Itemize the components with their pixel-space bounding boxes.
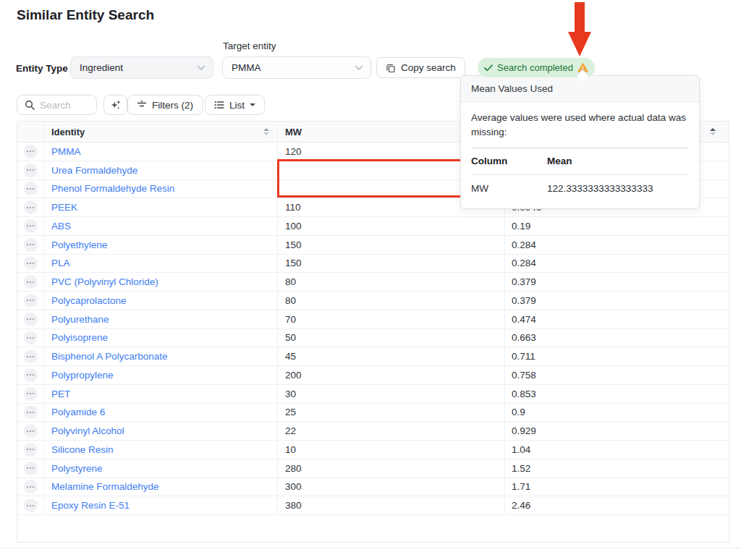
filters-button[interactable]: Filters (2): [127, 95, 203, 115]
search-input[interactable]: [40, 100, 90, 111]
row-menu-button[interactable]: [24, 200, 38, 214]
copy-search-button[interactable]: Copy search: [376, 57, 465, 78]
row-menu-button[interactable]: [24, 387, 38, 401]
target-entity-value: PMMA: [232, 62, 261, 73]
entity-link[interactable]: Silicone Resin: [51, 444, 114, 455]
mw-cell: 150: [278, 236, 505, 254]
row-menu-button[interactable]: [24, 164, 38, 177]
entity-link[interactable]: Polystyrene: [51, 463, 103, 474]
row-menu-cell: [17, 143, 44, 161]
mw-cell: 200: [278, 366, 505, 384]
ai-sparkle-button[interactable]: [103, 95, 127, 115]
entity-link[interactable]: Polyamide 6: [51, 407, 105, 417]
mw-cell: 150: [278, 255, 505, 273]
mw-cell: 45: [278, 347, 505, 365]
identity-cell: Silicone Resin: [44, 441, 278, 459]
popup-mean-table: Column Mean MW 122.3333333333333333: [471, 148, 689, 198]
search-box[interactable]: [17, 95, 97, 115]
row-menu-cell: [17, 161, 44, 179]
score-cell: 0.379: [505, 292, 729, 310]
entity-link[interactable]: Bisphenol A Polycarbonate: [51, 351, 168, 362]
row-menu-cell: [17, 366, 44, 384]
row-menu-cell: [17, 385, 44, 403]
row-menu-button[interactable]: [24, 275, 38, 289]
row-menu-cell: [17, 310, 44, 328]
table-row: PLA 150 0.284: [17, 255, 729, 273]
score-cell: 0.9: [505, 404, 729, 422]
entity-link[interactable]: PMMA: [51, 146, 81, 157]
identity-cell: Urea Formaldehyde: [44, 161, 278, 179]
identity-cell: Polystyrene: [44, 459, 278, 478]
target-entity-select[interactable]: PMMA: [222, 56, 371, 79]
row-menu-button[interactable]: [24, 182, 38, 195]
entity-link[interactable]: Polyvinyl Alcohol: [51, 425, 124, 436]
entity-type-select[interactable]: Ingredient: [70, 56, 213, 79]
entity-link[interactable]: Polyisoprene: [51, 332, 108, 343]
row-menu-button[interactable]: [24, 368, 38, 382]
popup-mean-column: MW: [471, 174, 547, 198]
sort-icon[interactable]: [263, 128, 269, 136]
row-menu-button[interactable]: [24, 462, 38, 475]
table-row: Polypropylene 200 0.758: [17, 366, 729, 385]
row-menu-button[interactable]: [24, 145, 38, 158]
entity-link[interactable]: ABS: [51, 221, 71, 232]
filters-label: Filters (2): [152, 100, 193, 111]
popup-title: Mean Values Used: [461, 76, 699, 102]
entity-link[interactable]: PET: [51, 389, 70, 399]
page-title: Similar Entity Search: [17, 7, 154, 23]
identity-cell: Polyurethane: [44, 310, 278, 328]
identity-cell: PET: [44, 385, 278, 403]
mw-cell: 300: [278, 478, 505, 496]
entity-link[interactable]: Epoxy Resin E-51: [51, 500, 130, 511]
row-menu-cell: [17, 422, 44, 440]
mw-cell: 380: [278, 496, 505, 514]
row-menu-button[interactable]: [24, 294, 38, 307]
table-row: Polyurethane 70 0.474: [17, 310, 729, 329]
row-menu-button[interactable]: [24, 443, 38, 457]
list-view-button[interactable]: List: [205, 95, 265, 115]
row-menu-button[interactable]: [24, 238, 38, 252]
chevron-down-icon: [197, 65, 206, 71]
popup-mean-header: Mean: [547, 148, 689, 175]
row-menu-cell: [17, 441, 44, 459]
entity-link[interactable]: Polypropylene: [51, 370, 114, 381]
header-identity[interactable]: Identity: [44, 122, 278, 142]
row-menu-button[interactable]: [24, 499, 38, 512]
row-menu-button[interactable]: [24, 424, 38, 438]
entity-link[interactable]: Polycaprolactone: [51, 295, 127, 306]
entity-link[interactable]: Phenol Formaldehyde Resin: [51, 183, 174, 194]
identity-cell: PEEK: [44, 198, 278, 216]
sort-icon-active[interactable]: [710, 128, 716, 136]
identity-cell: Polypropylene: [44, 366, 278, 384]
row-menu-button[interactable]: [24, 256, 38, 270]
row-menu-button[interactable]: [24, 480, 38, 493]
search-icon: [25, 100, 35, 110]
score-cell: 1.71: [505, 478, 729, 496]
entity-link[interactable]: Urea Formaldehyde: [51, 165, 137, 176]
score-cell: 0.19: [505, 217, 729, 235]
row-menu-button[interactable]: [24, 331, 38, 344]
entity-type-label: Entity Type: [16, 63, 68, 74]
identity-cell: Epoxy Resin E-51: [44, 496, 278, 514]
row-menu-cell: [17, 180, 44, 198]
mw-header-label: MW: [285, 127, 302, 137]
entity-link[interactable]: Polyurethane: [51, 314, 109, 325]
entity-link[interactable]: Polyethylene: [51, 239, 107, 250]
table-row: Polyvinyl Alcohol 22 0.929: [17, 422, 729, 441]
row-menu-button[interactable]: [24, 219, 38, 233]
row-menu-cell: [17, 217, 44, 235]
entity-link[interactable]: PVC (Polyvinyl Chloride): [51, 276, 158, 287]
row-menu-button[interactable]: [24, 349, 38, 363]
score-cell: 0.379: [505, 273, 729, 291]
table-row: Silicone Resin 10 1.04: [17, 441, 729, 459]
row-menu-button[interactable]: [24, 313, 38, 326]
score-cell: 0.853: [505, 385, 729, 403]
identity-header-label: Identity: [51, 127, 85, 137]
table-row: Epoxy Resin E-51 380 2.46: [17, 496, 729, 515]
entity-link[interactable]: Melamine Formaldehyde: [51, 481, 159, 492]
entity-link[interactable]: PEEK: [51, 202, 77, 213]
list-label: List: [229, 100, 245, 111]
table-row: Polyethylene 150 0.284: [17, 236, 729, 255]
row-menu-button[interactable]: [24, 405, 38, 419]
entity-link[interactable]: PLA: [51, 258, 70, 268]
